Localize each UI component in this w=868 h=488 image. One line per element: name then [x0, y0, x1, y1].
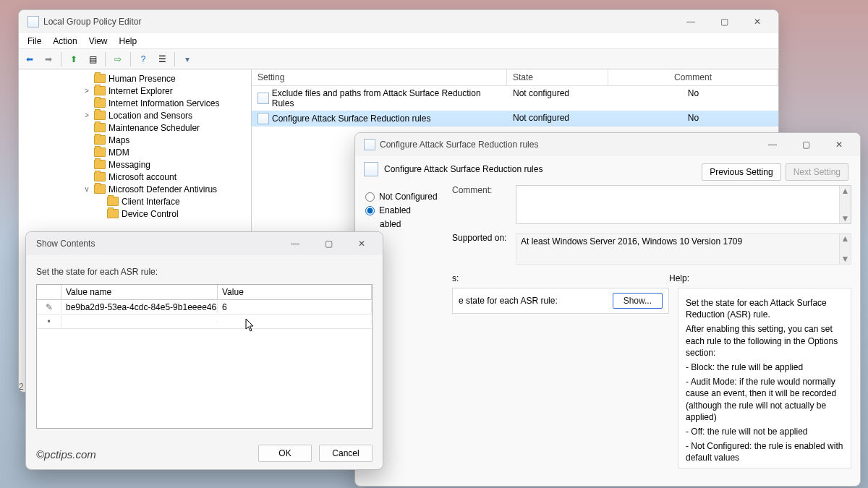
col-value-name[interactable]: Value name [61, 285, 218, 299]
asr-sub-icon [364, 162, 378, 176]
help-panel: Set the state for each Attack Surface Re… [678, 288, 851, 468]
tree-item[interactable]: Internet Information Services [19, 97, 251, 109]
tree-item[interactable]: vMicrosoft Defender Antivirus [19, 183, 251, 195]
next-setting-button[interactable]: Next Setting [786, 163, 848, 181]
gp-titlebar: Local Group Policy Editor — ▢ ✕ [19, 10, 778, 33]
menu-view[interactable]: View [83, 35, 114, 48]
radio-disabled[interactable]: abled [365, 219, 452, 229]
configure-asr-dialog: Configure Attack Surface Reduction rules… [354, 132, 861, 487]
scrollbar[interactable]: ▲▼ [839, 186, 851, 223]
sc-maximize-button[interactable]: ▢ [312, 233, 345, 254]
asr-subtitle: Configure Attack Surface Reduction rules [384, 164, 542, 174]
col-state[interactable]: State [507, 69, 608, 85]
tree-item[interactable]: Human Presence [19, 72, 251, 85]
comment-label: Comment: [452, 185, 516, 195]
asr-title: Configure Attack Surface Reduction rules [380, 140, 756, 150]
maximize-button[interactable]: ▢ [707, 11, 741, 33]
tree-item[interactable]: Maintenance Scheduler [19, 121, 251, 134]
tree-item[interactable]: MDM [19, 146, 251, 158]
radio-enabled[interactable]: Enabled [365, 205, 452, 215]
asr-nav: Previous Setting Next Setting [702, 163, 848, 181]
supported-value: At least Windows Server 2016, Windows 10… [516, 233, 851, 265]
tree-item[interactable]: Maps [19, 134, 251, 146]
sc-titlebar: Show Contents — ▢ ✕ [26, 232, 383, 255]
grid-row[interactable]: ✎be9ba2d9-53ea-4cdc-84e5-9b1eeee465506 [37, 300, 372, 314]
list-row[interactable]: Exclude files and paths from Attack Surf… [252, 86, 778, 111]
tree-item[interactable]: Device Control [19, 207, 251, 220]
grid-row[interactable]: • [37, 314, 372, 329]
tree-item[interactable]: Client Interface [19, 195, 251, 207]
tree-item[interactable]: >Internet Explorer [19, 85, 251, 97]
gp-toolbar: ⬅ ➡ ⬆ ▤ ⇨ ? ☰ ▾ [19, 49, 778, 69]
forward-icon[interactable]: ➡ [41, 51, 56, 67]
menu-action[interactable]: Action [47, 35, 82, 48]
supported-label: Supported on: [452, 233, 516, 265]
grid-header: Value name Value [37, 285, 372, 300]
comment-textarea[interactable]: ▲▼ [516, 185, 851, 224]
sc-close-button[interactable]: ✕ [345, 233, 378, 254]
filter-icon[interactable]: ▾ [179, 51, 195, 67]
help-heading: Help: [669, 273, 689, 283]
asr-titlebar: Configure Attack Surface Reduction rules… [355, 133, 860, 156]
back-icon[interactable]: ⬅ [22, 51, 38, 67]
tree-item[interactable]: Microsoft account [19, 171, 251, 183]
previous-setting-button[interactable]: Previous Setting [702, 163, 780, 181]
sc-title: Show Contents [30, 239, 278, 249]
radio-not-configured[interactable]: Not Configured [365, 192, 452, 202]
up-icon[interactable]: ⬆ [66, 51, 82, 67]
show-contents-dialog: Show Contents — ▢ ✕ Set the state for ea… [25, 231, 383, 470]
col-setting[interactable]: Setting [252, 69, 507, 85]
col-value[interactable]: Value [218, 285, 372, 299]
sc-grid[interactable]: Value name Value ✎be9ba2d9-53ea-4cdc-84e… [36, 284, 373, 429]
sc-instruction: Set the state for each ASR rule: [36, 267, 373, 277]
tree-item[interactable]: >Location and Sensors [19, 109, 251, 121]
help-icon[interactable]: ? [135, 51, 151, 67]
corner-number: 2 [19, 382, 24, 392]
minimize-button[interactable]: — [674, 11, 707, 33]
asr-maximize-button[interactable]: ▢ [789, 134, 822, 155]
menu-help[interactable]: Help [114, 35, 143, 48]
show-button[interactable]: Show... [613, 293, 663, 309]
asr-app-icon [364, 139, 375, 150]
options-row-label: e state for each ASR rule: [459, 296, 558, 306]
properties-icon[interactable]: ☰ [154, 51, 170, 67]
sc-minimize-button[interactable]: — [278, 233, 312, 254]
ok-button[interactable]: OK [258, 445, 312, 462]
show-hide-tree-icon[interactable]: ▤ [85, 51, 101, 67]
tree-item[interactable]: Messaging [19, 158, 251, 171]
export-icon[interactable]: ⇨ [110, 51, 126, 67]
watermark: ©pctips.com [36, 448, 96, 461]
gp-menubar: File Action View Help [19, 33, 778, 49]
options-row: e state for each ASR rule: Show... [452, 288, 669, 314]
list-header: Setting State Comment [252, 69, 778, 86]
options-heading: s: [452, 273, 669, 283]
menu-file[interactable]: File [22, 35, 47, 48]
gp-title: Local Group Policy Editor [43, 17, 674, 27]
cancel-button[interactable]: Cancel [319, 445, 373, 462]
scrollbar[interactable]: ▲▼ [839, 234, 851, 264]
gp-app-icon [27, 16, 39, 27]
close-button[interactable]: ✕ [741, 11, 774, 33]
col-comment[interactable]: Comment [608, 69, 778, 85]
asr-close-button[interactable]: ✕ [822, 134, 856, 155]
asr-minimize-button[interactable]: — [756, 134, 789, 155]
list-row[interactable]: Configure Attack Surface Reduction rules… [252, 111, 778, 127]
